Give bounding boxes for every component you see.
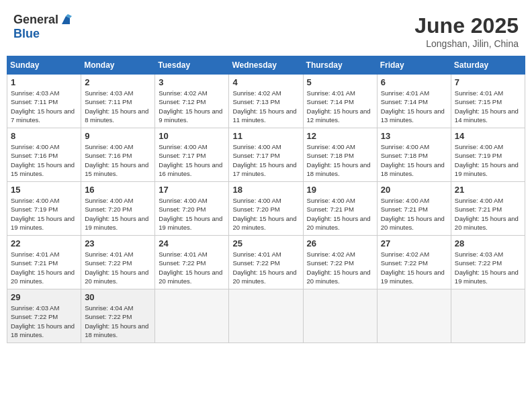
day-info: Sunrise: 4:01 AMSunset: 7:15 PMDaylight:… [455, 89, 521, 124]
logo-general: General [13, 13, 58, 27]
day-info: Sunrise: 4:00 AMSunset: 7:20 PMDaylight:… [159, 196, 225, 232]
day-info: Sunrise: 4:00 AMSunset: 7:20 PMDaylight:… [85, 196, 151, 232]
header: General Blue June 2025 Longshan, Jilin, … [7, 7, 525, 52]
day-info: Sunrise: 4:00 AMSunset: 7:21 PMDaylight:… [307, 196, 373, 232]
day-info: Sunrise: 4:00 AMSunset: 7:16 PMDaylight:… [11, 142, 77, 178]
day-info: Sunrise: 4:01 AMSunset: 7:14 PMDaylight:… [381, 89, 447, 124]
day-info: Sunrise: 4:03 AMSunset: 7:22 PMDaylight:… [11, 304, 77, 339]
day-number: 20 [381, 185, 447, 195]
day-info: Sunrise: 4:00 AMSunset: 7:19 PMDaylight:… [455, 142, 521, 178]
calendar-cell [155, 289, 229, 343]
calendar-cell: 4Sunrise: 4:02 AMSunset: 7:13 PMDaylight… [229, 75, 303, 128]
calendar-cell: 29Sunrise: 4:03 AMSunset: 7:22 PMDayligh… [7, 289, 81, 343]
day-number: 14 [455, 131, 521, 141]
calendar-cell: 19Sunrise: 4:00 AMSunset: 7:21 PMDayligh… [303, 182, 377, 236]
day-number: 8 [11, 131, 77, 141]
calendar-cell: 23Sunrise: 4:01 AMSunset: 7:22 PMDayligh… [81, 236, 155, 289]
calendar-body: 1Sunrise: 4:03 AMSunset: 7:11 PMDaylight… [7, 75, 525, 343]
day-info: Sunrise: 4:00 AMSunset: 7:21 PMDaylight:… [455, 196, 521, 232]
day-number: 18 [232, 185, 299, 195]
day-number: 26 [307, 238, 373, 248]
logo-text: General [13, 13, 58, 27]
calendar-cell: 18Sunrise: 4:00 AMSunset: 7:20 PMDayligh… [229, 182, 303, 236]
day-info: Sunrise: 4:02 AMSunset: 7:22 PMDaylight:… [381, 250, 447, 285]
location: Longshan, Jilin, China [414, 38, 519, 49]
col-wednesday: Wednesday [229, 56, 303, 75]
day-info: Sunrise: 4:03 AMSunset: 7:11 PMDaylight:… [85, 89, 151, 124]
calendar-header-row: Sunday Monday Tuesday Wednesday Thursday… [7, 56, 525, 75]
calendar-cell: 10Sunrise: 4:00 AMSunset: 7:17 PMDayligh… [155, 128, 229, 182]
calendar-week-4: 22Sunrise: 4:01 AMSunset: 7:21 PMDayligh… [7, 236, 525, 289]
day-number: 24 [159, 238, 225, 248]
day-info: Sunrise: 4:00 AMSunset: 7:21 PMDaylight:… [381, 196, 447, 232]
col-friday: Friday [377, 56, 451, 75]
logo-icon [60, 14, 72, 26]
calendar-cell [229, 289, 303, 343]
calendar-cell [377, 289, 451, 343]
calendar-cell: 9Sunrise: 4:00 AMSunset: 7:16 PMDaylight… [81, 128, 155, 182]
calendar-cell: 24Sunrise: 4:01 AMSunset: 7:22 PMDayligh… [155, 236, 229, 289]
calendar-cell: 15Sunrise: 4:00 AMSunset: 7:19 PMDayligh… [7, 182, 81, 236]
logo-blue: Blue [13, 27, 72, 41]
calendar-cell: 22Sunrise: 4:01 AMSunset: 7:21 PMDayligh… [7, 236, 81, 289]
day-info: Sunrise: 4:01 AMSunset: 7:21 PMDaylight:… [11, 250, 77, 285]
calendar-cell: 16Sunrise: 4:00 AMSunset: 7:20 PMDayligh… [81, 182, 155, 236]
day-number: 4 [232, 77, 299, 87]
day-number: 9 [85, 131, 151, 141]
day-number: 11 [232, 131, 299, 141]
calendar-cell: 21Sunrise: 4:00 AMSunset: 7:21 PMDayligh… [451, 182, 525, 236]
calendar-cell: 13Sunrise: 4:00 AMSunset: 7:18 PMDayligh… [377, 128, 451, 182]
calendar-cell: 12Sunrise: 4:00 AMSunset: 7:18 PMDayligh… [303, 128, 377, 182]
day-number: 30 [85, 292, 151, 302]
day-number: 1 [11, 77, 77, 87]
calendar-week-1: 1Sunrise: 4:03 AMSunset: 7:11 PMDaylight… [7, 75, 525, 128]
calendar-cell: 20Sunrise: 4:00 AMSunset: 7:21 PMDayligh… [377, 182, 451, 236]
calendar-cell: 25Sunrise: 4:01 AMSunset: 7:22 PMDayligh… [229, 236, 303, 289]
calendar-cell: 8Sunrise: 4:00 AMSunset: 7:16 PMDaylight… [7, 128, 81, 182]
day-number: 17 [159, 185, 225, 195]
page-container: General Blue June 2025 Longshan, Jilin, … [7, 7, 525, 343]
day-info: Sunrise: 4:03 AMSunset: 7:22 PMDaylight:… [455, 250, 521, 285]
day-number: 12 [307, 131, 373, 141]
day-info: Sunrise: 4:01 AMSunset: 7:22 PMDaylight:… [159, 250, 225, 285]
calendar-cell: 26Sunrise: 4:02 AMSunset: 7:22 PMDayligh… [303, 236, 377, 289]
day-number: 28 [455, 238, 521, 248]
day-info: Sunrise: 4:00 AMSunset: 7:20 PMDaylight:… [232, 196, 299, 232]
day-info: Sunrise: 4:00 AMSunset: 7:18 PMDaylight:… [307, 142, 373, 178]
calendar-cell: 17Sunrise: 4:00 AMSunset: 7:20 PMDayligh… [155, 182, 229, 236]
col-sunday: Sunday [7, 56, 81, 75]
day-info: Sunrise: 4:02 AMSunset: 7:22 PMDaylight:… [307, 250, 373, 285]
calendar-cell: 14Sunrise: 4:00 AMSunset: 7:19 PMDayligh… [451, 128, 525, 182]
day-number: 25 [232, 238, 299, 248]
day-info: Sunrise: 4:01 AMSunset: 7:14 PMDaylight:… [307, 89, 373, 124]
calendar-cell: 6Sunrise: 4:01 AMSunset: 7:14 PMDaylight… [377, 75, 451, 128]
calendar-week-3: 15Sunrise: 4:00 AMSunset: 7:19 PMDayligh… [7, 182, 525, 236]
day-number: 16 [85, 185, 151, 195]
day-info: Sunrise: 4:01 AMSunset: 7:22 PMDaylight:… [85, 250, 151, 285]
calendar-week-5: 29Sunrise: 4:03 AMSunset: 7:22 PMDayligh… [7, 289, 525, 343]
day-info: Sunrise: 4:04 AMSunset: 7:22 PMDaylight:… [85, 304, 151, 339]
calendar-cell [451, 289, 525, 343]
calendar-table: Sunday Monday Tuesday Wednesday Thursday… [7, 56, 525, 343]
calendar-cell: 3Sunrise: 4:02 AMSunset: 7:12 PMDaylight… [155, 75, 229, 128]
calendar-cell: 27Sunrise: 4:02 AMSunset: 7:22 PMDayligh… [377, 236, 451, 289]
day-number: 23 [85, 238, 151, 248]
day-info: Sunrise: 4:03 AMSunset: 7:11 PMDaylight:… [11, 89, 77, 124]
day-info: Sunrise: 4:00 AMSunset: 7:17 PMDaylight:… [232, 142, 299, 178]
day-number: 7 [455, 77, 521, 87]
day-number: 3 [159, 77, 225, 87]
calendar-cell: 1Sunrise: 4:03 AMSunset: 7:11 PMDaylight… [7, 75, 81, 128]
col-tuesday: Tuesday [155, 56, 229, 75]
col-saturday: Saturday [451, 56, 525, 75]
day-number: 5 [307, 77, 373, 87]
day-number: 22 [11, 238, 77, 248]
col-monday: Monday [81, 56, 155, 75]
day-info: Sunrise: 4:00 AMSunset: 7:18 PMDaylight:… [381, 142, 447, 178]
day-info: Sunrise: 4:00 AMSunset: 7:19 PMDaylight:… [11, 196, 77, 232]
title-block: June 2025 Longshan, Jilin, China [414, 13, 519, 49]
month-title: June 2025 [414, 13, 519, 38]
calendar-cell: 28Sunrise: 4:03 AMSunset: 7:22 PMDayligh… [451, 236, 525, 289]
logo: General Blue [13, 13, 72, 41]
col-thursday: Thursday [303, 56, 377, 75]
calendar-week-2: 8Sunrise: 4:00 AMSunset: 7:16 PMDaylight… [7, 128, 525, 182]
